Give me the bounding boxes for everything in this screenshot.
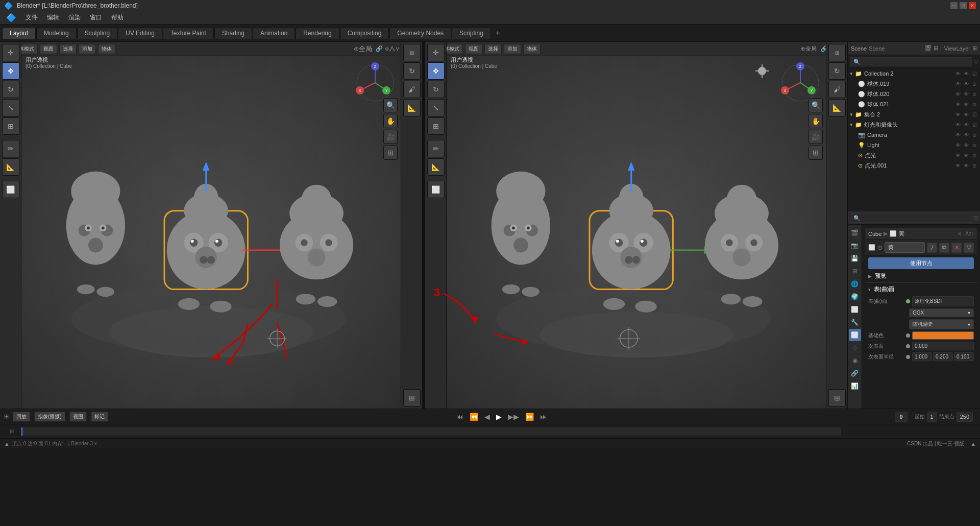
viewport2-add-btn[interactable]: 添加 (504, 44, 521, 54)
s020-vis[interactable]: 👁 (954, 91, 962, 97)
props-filter-icon[interactable]: ▽ (974, 215, 978, 222)
s021-restrict[interactable]: ⊙ (971, 102, 978, 107)
outliner-item-pointlight[interactable]: ⊙ 点光 👁 👁 ⊙ (848, 150, 980, 160)
outliner-item-light[interactable]: 💡 Light 👁 👁 ⊙ (848, 140, 980, 150)
maximize-button[interactable]: □ (960, 2, 967, 9)
ji2-exclude[interactable]: ☑ (971, 112, 978, 117)
pl001-vis[interactable]: 👁 (954, 163, 962, 169)
radius-b[interactable]: 0.100 (954, 352, 974, 361)
outliner-item-camera[interactable]: 📷 Camera 👁 👁 ⊙ (848, 130, 980, 140)
end-frame-input[interactable]: 250 (957, 412, 973, 422)
global-local-icon[interactable]: ⊕全局 (354, 44, 372, 54)
timeline-track[interactable] (21, 427, 841, 436)
vp2-pan-btn[interactable]: ✋ (808, 114, 823, 128)
vp2-grid-btn[interactable]: ⊞ (808, 146, 823, 160)
ji2-vis[interactable]: 👁 (954, 112, 962, 117)
prop-output-icon[interactable]: 💾 (849, 252, 861, 265)
light-restrict[interactable]: ⊙ (971, 142, 978, 148)
camera-playback-btn[interactable]: 拟像(播摄) (34, 412, 65, 422)
vp2-cursor-tool[interactable]: ✛ (427, 44, 445, 61)
vp2-annotate-tool[interactable]: ✏ (427, 140, 445, 157)
add-workspace-button[interactable]: + (492, 27, 504, 40)
timeline-playhead[interactable] (21, 427, 22, 436)
minimize-button[interactable]: — (950, 2, 958, 9)
subsurface-dropdown[interactable]: 随机游走 ▾ (909, 319, 974, 329)
viewport1-nav-gizmo[interactable]: Z Y X (355, 62, 396, 103)
prop-scene-icon[interactable]: 🎬 (849, 227, 861, 239)
s019-viewport[interactable]: 👁 (963, 81, 970, 87)
vp2-right-bottom[interactable]: ⊞ (828, 389, 846, 407)
s020-restrict[interactable]: ⊙ (971, 91, 978, 97)
viewport1-object-btn[interactable]: 物体 (98, 44, 115, 54)
outliner-item-sphere020[interactable]: ⚪ 球体.020 👁 👁 ⊙ (848, 89, 980, 99)
radius-g[interactable]: 0.200 (933, 352, 953, 361)
transform-tool[interactable]: ⊞ (2, 117, 19, 135)
next-frame-btn[interactable]: ▶▶ (508, 413, 519, 421)
vp2-add-tool[interactable]: ⬜ (427, 181, 445, 198)
s019-restrict[interactable]: ⊙ (971, 81, 978, 87)
viewport2-object-btn[interactable]: 物体 (523, 44, 541, 54)
measure-tool[interactable]: 📐 (2, 158, 19, 176)
vp2-right-view[interactable]: ⊞ (828, 44, 846, 61)
outliner-item-lights[interactable]: ▾ 📁 灯光和摄像头 👁 👁 ☑ (848, 119, 980, 130)
tab-rendering[interactable]: Rendering (296, 27, 339, 39)
s019-vis[interactable]: 👁 (954, 81, 962, 87)
pl001-viewport[interactable]: 👁 (963, 163, 970, 169)
scene-filter-icon[interactable]: 🎬 (924, 45, 932, 52)
preview-section-header[interactable]: ▶ 预览 (865, 271, 977, 281)
prop-view-layer-icon[interactable]: ⊞ (849, 265, 861, 277)
vp2-measure-tool[interactable]: 📐 (427, 158, 445, 176)
breadcrumb-object[interactable]: Cube (868, 231, 881, 237)
render-menu-item[interactable]: 渲染 (64, 12, 85, 23)
viewport1-view-btn[interactable]: 视图 (40, 44, 57, 54)
scene-render-icon[interactable]: ⊞ (934, 45, 938, 52)
mat-num-users[interactable]: 7 (927, 243, 937, 253)
scale-tool[interactable]: ⤡ (2, 99, 19, 116)
vp2-transform-tool[interactable]: ⊞ (427, 117, 445, 135)
light-vis[interactable]: 👁 (954, 142, 962, 148)
vp1-right-bottom-btn[interactable]: ⊞ (403, 389, 421, 407)
vp2-rotate-tool[interactable]: ↻ (427, 81, 445, 98)
lights-viewport[interactable]: 👁 (963, 122, 970, 128)
viewport2-nav-gizmo[interactable]: Z Y X (780, 62, 821, 103)
step-forward-btn[interactable]: ⏩ (525, 413, 534, 421)
breadcrumb-az-icon[interactable]: Az↕ (965, 231, 974, 236)
vp2-move-tool[interactable]: ✥ (427, 62, 445, 80)
tab-layout[interactable]: Layout (2, 27, 36, 39)
props-search-input[interactable] (850, 213, 972, 223)
mat-settings-btn[interactable]: ▽ (964, 243, 974, 253)
titlebar-controls[interactable]: — □ ✕ (950, 2, 976, 9)
rotate-tool[interactable]: ↻ (2, 81, 19, 98)
tab-sculpting[interactable]: Sculpting (77, 27, 117, 39)
vp2-right-angle[interactable]: 📐 (828, 99, 846, 116)
pan-btn[interactable]: ✋ (383, 114, 398, 128)
outliner-filter-icon[interactable]: ▽ (974, 58, 978, 65)
prop-renderprop-icon[interactable]: 📷 (849, 240, 861, 252)
lights-vis[interactable]: 👁 (954, 122, 962, 128)
proportional-icon[interactable]: ⊙八∨ (385, 45, 400, 53)
s021-vis[interactable]: 👁 (954, 102, 962, 107)
prop-constraints-icon[interactable]: 🔗 (849, 367, 861, 379)
pl-viewport[interactable]: 👁 (963, 153, 970, 158)
window-menu-item[interactable]: 窗口 (86, 12, 106, 23)
tab-shading[interactable]: Shading (214, 27, 252, 39)
s021-viewport[interactable]: 👁 (963, 102, 970, 107)
prop-world-icon[interactable]: 🌍 (849, 291, 861, 303)
surface-section-header[interactable]: ▾ 表(曲)面 (865, 284, 977, 294)
mat-copy-btn[interactable]: ⧉ (939, 243, 949, 253)
start-frame-input[interactable]: 1 (927, 412, 937, 422)
annotate-tool[interactable]: ✏ (2, 140, 19, 157)
cam-restrict[interactable]: ⊙ (971, 132, 978, 138)
file-menu-item[interactable]: 文件 (21, 12, 42, 23)
vp2-scale-tool[interactable]: ⤡ (427, 99, 445, 116)
tab-geometry-nodes[interactable]: Geometry Nodes (389, 27, 451, 39)
pl-vis[interactable]: 👁 (954, 153, 962, 158)
outliner-search-input[interactable] (850, 57, 972, 66)
pl-restrict[interactable]: ⊙ (971, 153, 978, 158)
prop-data-icon[interactable]: 📊 (849, 380, 861, 392)
blender-logo-btn[interactable]: 🔷 (2, 12, 20, 23)
prop-particles-icon[interactable]: ⊹ (849, 342, 861, 354)
material-name[interactable]: 黄 (885, 242, 925, 253)
vp1-right-rotate-btn[interactable]: ↻ (403, 62, 421, 80)
viewlayer-icon[interactable]: ⊞ (972, 45, 977, 52)
